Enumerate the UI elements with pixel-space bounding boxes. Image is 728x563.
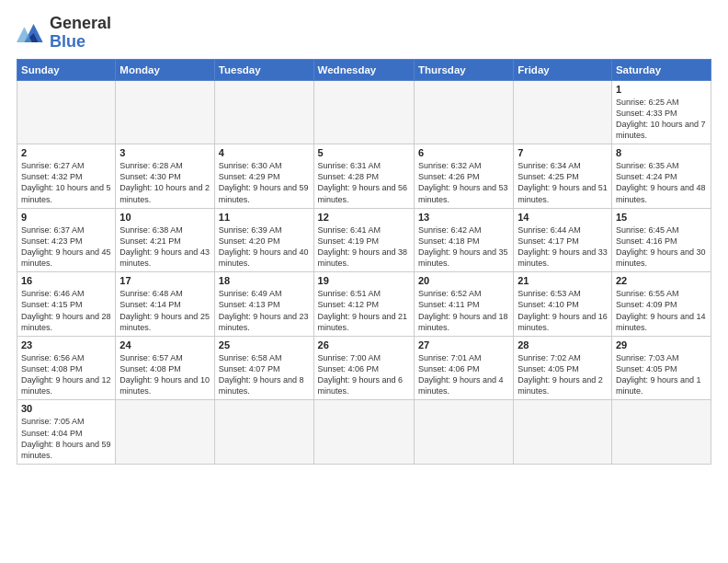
day-number: 25	[219, 339, 310, 350]
page: General Blue Sunday Monday Tuesday Wedne…	[0, 0, 728, 563]
day-number: 11	[219, 212, 310, 223]
day-info: Sunrise: 6:25 AM Sunset: 4:33 PM Dayligh…	[616, 97, 707, 142]
day-number: 6	[418, 147, 509, 158]
day-info: Sunrise: 7:03 AM Sunset: 4:05 PM Dayligh…	[616, 352, 707, 397]
calendar-day-cell: 6Sunrise: 6:32 AM Sunset: 4:26 PM Daylig…	[414, 144, 513, 209]
day-number: 23	[21, 339, 111, 350]
calendar-day-cell: 20Sunrise: 6:52 AM Sunset: 4:11 PM Dayli…	[414, 272, 513, 337]
day-info: Sunrise: 6:34 AM Sunset: 4:25 PM Dayligh…	[518, 160, 608, 205]
day-number: 21	[518, 275, 608, 286]
calendar-day-cell: 12Sunrise: 6:41 AM Sunset: 4:19 PM Dayli…	[313, 208, 414, 272]
calendar-week-row: 23Sunrise: 6:56 AM Sunset: 4:08 PM Dayli…	[17, 336, 711, 400]
day-info: Sunrise: 6:35 AM Sunset: 4:24 PM Dayligh…	[616, 160, 707, 205]
col-tuesday: Tuesday	[214, 59, 313, 80]
day-number: 17	[119, 275, 210, 286]
day-number: 19	[318, 275, 410, 286]
day-number: 15	[616, 212, 707, 223]
day-info: Sunrise: 6:32 AM Sunset: 4:26 PM Dayligh…	[418, 160, 509, 205]
day-info: Sunrise: 6:38 AM Sunset: 4:21 PM Dayligh…	[119, 224, 210, 270]
day-info: Sunrise: 6:51 AM Sunset: 4:12 PM Dayligh…	[318, 288, 410, 333]
day-info: Sunrise: 6:49 AM Sunset: 4:13 PM Dayligh…	[219, 288, 310, 333]
day-info: Sunrise: 6:57 AM Sunset: 4:08 PM Dayligh…	[119, 352, 210, 397]
day-number: 13	[418, 212, 509, 223]
day-info: Sunrise: 6:52 AM Sunset: 4:11 PM Dayligh…	[418, 288, 509, 333]
calendar-week-row: 1Sunrise: 6:25 AM Sunset: 4:33 PM Daylig…	[17, 80, 711, 144]
calendar-week-row: 9Sunrise: 6:37 AM Sunset: 4:23 PM Daylig…	[17, 208, 711, 272]
day-number: 16	[21, 275, 111, 286]
day-info: Sunrise: 6:37 AM Sunset: 4:23 PM Dayligh…	[21, 224, 111, 270]
day-number: 20	[418, 275, 509, 286]
calendar-day-cell: 14Sunrise: 6:44 AM Sunset: 4:17 PM Dayli…	[514, 208, 612, 272]
calendar-day-cell: 9Sunrise: 6:37 AM Sunset: 4:23 PM Daylig…	[17, 208, 116, 272]
calendar-day-cell	[611, 400, 711, 465]
day-number: 9	[21, 212, 111, 223]
day-info: Sunrise: 7:00 AM Sunset: 4:06 PM Dayligh…	[318, 352, 410, 397]
day-info: Sunrise: 6:55 AM Sunset: 4:09 PM Dayligh…	[616, 288, 707, 333]
day-info: Sunrise: 6:48 AM Sunset: 4:14 PM Dayligh…	[119, 288, 210, 333]
day-number: 30	[21, 403, 111, 414]
calendar-day-cell: 19Sunrise: 6:51 AM Sunset: 4:12 PM Dayli…	[313, 272, 414, 337]
day-info: Sunrise: 6:41 AM Sunset: 4:19 PM Dayligh…	[318, 224, 410, 270]
day-number: 3	[119, 147, 210, 158]
day-info: Sunrise: 7:05 AM Sunset: 4:04 PM Dayligh…	[21, 416, 111, 461]
day-number: 12	[318, 212, 410, 223]
calendar-day-cell: 23Sunrise: 6:56 AM Sunset: 4:08 PM Dayli…	[17, 336, 116, 400]
calendar-day-cell: 27Sunrise: 7:01 AM Sunset: 4:06 PM Dayli…	[414, 336, 513, 400]
day-info: Sunrise: 6:53 AM Sunset: 4:10 PM Dayligh…	[518, 288, 608, 333]
calendar-day-cell	[414, 400, 513, 465]
day-info: Sunrise: 6:42 AM Sunset: 4:18 PM Dayligh…	[418, 224, 509, 270]
calendar-day-cell: 30Sunrise: 7:05 AM Sunset: 4:04 PM Dayli…	[17, 400, 116, 465]
calendar-day-cell: 21Sunrise: 6:53 AM Sunset: 4:10 PM Dayli…	[514, 272, 612, 337]
day-info: Sunrise: 6:58 AM Sunset: 4:07 PM Dayligh…	[219, 352, 310, 397]
calendar-week-row: 30Sunrise: 7:05 AM Sunset: 4:04 PM Dayli…	[17, 400, 711, 465]
calendar-day-cell: 22Sunrise: 6:55 AM Sunset: 4:09 PM Dayli…	[611, 272, 711, 337]
calendar-day-cell	[17, 80, 116, 144]
calendar-day-cell: 24Sunrise: 6:57 AM Sunset: 4:08 PM Dayli…	[116, 336, 215, 400]
day-info: Sunrise: 6:56 AM Sunset: 4:08 PM Dayligh…	[21, 352, 111, 397]
col-saturday: Saturday	[611, 59, 711, 80]
calendar-day-cell: 13Sunrise: 6:42 AM Sunset: 4:18 PM Dayli…	[414, 208, 513, 272]
calendar-table: Sunday Monday Tuesday Wednesday Thursday…	[17, 59, 711, 465]
day-info: Sunrise: 6:46 AM Sunset: 4:15 PM Dayligh…	[21, 288, 111, 333]
day-number: 22	[616, 275, 707, 286]
day-number: 14	[518, 212, 608, 223]
calendar-day-cell: 29Sunrise: 7:03 AM Sunset: 4:05 PM Dayli…	[611, 336, 711, 400]
day-number: 4	[219, 147, 310, 158]
calendar-day-cell: 3Sunrise: 6:28 AM Sunset: 4:30 PM Daylig…	[116, 144, 215, 209]
calendar-day-cell: 17Sunrise: 6:48 AM Sunset: 4:14 PM Dayli…	[116, 272, 215, 337]
calendar-day-cell: 7Sunrise: 6:34 AM Sunset: 4:25 PM Daylig…	[514, 144, 612, 209]
day-number: 28	[518, 339, 608, 350]
calendar-day-cell: 4Sunrise: 6:30 AM Sunset: 4:29 PM Daylig…	[214, 144, 313, 209]
calendar-day-cell: 11Sunrise: 6:39 AM Sunset: 4:20 PM Dayli…	[214, 208, 313, 272]
day-number: 2	[21, 147, 111, 158]
day-number: 27	[418, 339, 509, 350]
calendar-day-cell: 10Sunrise: 6:38 AM Sunset: 4:21 PM Dayli…	[116, 208, 215, 272]
day-number: 10	[119, 212, 210, 223]
calendar-day-cell: 2Sunrise: 6:27 AM Sunset: 4:32 PM Daylig…	[17, 144, 116, 209]
calendar-day-cell: 16Sunrise: 6:46 AM Sunset: 4:15 PM Dayli…	[17, 272, 116, 337]
calendar-day-cell: 25Sunrise: 6:58 AM Sunset: 4:07 PM Dayli…	[214, 336, 313, 400]
day-number: 5	[318, 147, 410, 158]
day-info: Sunrise: 7:02 AM Sunset: 4:05 PM Dayligh…	[518, 352, 608, 397]
day-number: 24	[119, 339, 210, 350]
calendar-day-cell	[514, 400, 612, 465]
logo-blue-text: Blue	[50, 33, 111, 52]
col-monday: Monday	[116, 59, 215, 80]
logo: General Blue	[17, 15, 111, 52]
col-wednesday: Wednesday	[313, 59, 414, 80]
col-friday: Friday	[514, 59, 612, 80]
calendar-day-cell	[116, 400, 215, 465]
calendar-day-cell: 18Sunrise: 6:49 AM Sunset: 4:13 PM Dayli…	[214, 272, 313, 337]
calendar-header-row: Sunday Monday Tuesday Wednesday Thursday…	[17, 59, 711, 80]
calendar-day-cell	[313, 80, 414, 144]
calendar-day-cell: 15Sunrise: 6:45 AM Sunset: 4:16 PM Dayli…	[611, 208, 711, 272]
day-info: Sunrise: 6:45 AM Sunset: 4:16 PM Dayligh…	[616, 224, 707, 270]
day-number: 18	[219, 275, 310, 286]
calendar-day-cell	[514, 80, 612, 144]
calendar-day-cell: 1Sunrise: 6:25 AM Sunset: 4:33 PM Daylig…	[611, 80, 711, 144]
day-info: Sunrise: 6:30 AM Sunset: 4:29 PM Dayligh…	[219, 160, 310, 205]
calendar-day-cell: 26Sunrise: 7:00 AM Sunset: 4:06 PM Dayli…	[313, 336, 414, 400]
day-number: 1	[616, 84, 707, 95]
logo-text: General	[50, 15, 111, 33]
day-number: 26	[318, 339, 410, 350]
